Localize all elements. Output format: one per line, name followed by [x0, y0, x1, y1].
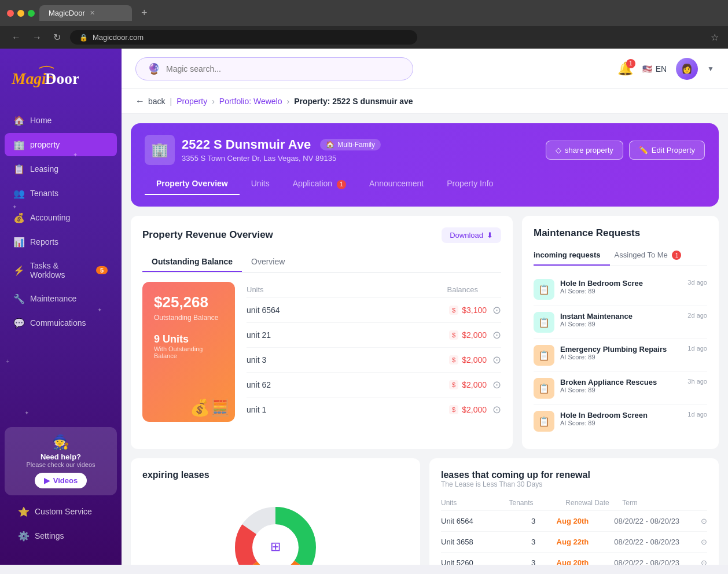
sidebar-item-tenants[interactable]: 👥 Tenants	[5, 182, 117, 205]
tab-property-overview-label: Property Overview	[156, 179, 228, 188]
new-tab-button[interactable]: +	[137, 5, 152, 21]
sidebar-item-reports[interactable]: 📊 Reports	[5, 230, 117, 253]
topbar: 🔮 🔔 1 🇺🇸 EN 👩 ▼	[122, 49, 728, 89]
property-tabs: Property Overview Units Application 1 An…	[145, 174, 705, 195]
flag-icon: 🇺🇸	[642, 64, 652, 73]
row-action-button[interactable]: ⊙	[492, 354, 501, 366]
property-thumbnail: 🏢	[145, 135, 175, 165]
units-count: 9 Units	[154, 333, 223, 345]
sidebar-item-leasing[interactable]: 📋 Leasing	[5, 157, 117, 181]
sidebar-item-custom-service[interactable]: ⭐ Custom Service	[9, 500, 112, 523]
property-title-row: 🏢 2522 S Dunsmuir Ave 🏠 Multi-Family 335…	[145, 135, 705, 165]
header-units: Units	[441, 499, 509, 507]
sidebar-item-communications[interactable]: 💬 Commuications	[5, 311, 117, 334]
notification-button[interactable]: 🔔 1	[617, 61, 633, 76]
share-icon: ◇	[556, 146, 561, 154]
dot-green[interactable]	[28, 10, 35, 17]
maint-tab-assigned[interactable]: Assinged To Me 1	[615, 246, 691, 266]
share-property-button[interactable]: ◇ share property	[546, 141, 623, 160]
application-badge: 1	[337, 180, 346, 189]
tab-property-info[interactable]: Property Info	[435, 174, 505, 195]
row-action-button[interactable]: ⊙	[492, 329, 501, 341]
sidebar-item-home[interactable]: 🏠 Home	[5, 109, 117, 132]
maint-item-time: 3h ago	[687, 378, 707, 385]
breadcrumb-sep1: |	[170, 97, 172, 106]
property-title-left: 🏢 2522 S Dunsmuir Ave 🏠 Multi-Family 335…	[145, 135, 381, 165]
rev-tab-outstanding[interactable]: Outstanding Balance	[142, 252, 242, 272]
unit-balance: $ $3,100	[449, 306, 492, 315]
bookmark-icon[interactable]: ☆	[711, 32, 719, 43]
address-box[interactable]: 🔒 Magicdoor.com	[70, 30, 417, 45]
dot-yellow[interactable]	[17, 10, 24, 17]
tab-announcement[interactable]: Announcement	[358, 174, 435, 195]
reports-icon: 📊	[14, 237, 24, 247]
back-button[interactable]: ← back	[135, 96, 166, 106]
breadcrumb-property[interactable]: Property	[177, 97, 207, 106]
tab-property-overview[interactable]: Property Overview	[145, 174, 240, 195]
units-label: With Outstanding Balance	[154, 345, 223, 359]
browser-tab[interactable]: MagicDoor ✕	[39, 5, 132, 21]
maint-item-name: Emergency Plumbing Repairs	[560, 345, 682, 354]
tab-close[interactable]: ✕	[90, 9, 95, 17]
renewal-tenants: 3	[510, 538, 557, 546]
help-title: Need help?	[12, 452, 110, 461]
renewal-card: leases that coming up for renewal The Le…	[429, 458, 719, 565]
user-menu-chevron[interactable]: ▼	[707, 65, 714, 73]
maint-tab-incoming[interactable]: incoming requests	[534, 246, 610, 266]
maint-item-icon: 📋	[534, 279, 554, 300]
edit-property-button[interactable]: ✏️ Edit Property	[629, 141, 705, 160]
language-selector[interactable]: 🇺🇸 EN	[642, 64, 667, 73]
unit-balance: $ $2,000	[449, 380, 492, 389]
back-nav-button[interactable]: ←	[9, 30, 23, 45]
videos-button[interactable]: ▶ Videos	[35, 473, 87, 488]
settings-icon: ⚙️	[19, 531, 29, 541]
search-input[interactable]	[166, 64, 401, 73]
maint-item-info: Hole In Bedroom Screen AI Score: 89	[560, 411, 682, 426]
download-button[interactable]: Download ⬇	[442, 227, 501, 243]
breadcrumb-portfolio[interactable]: Portfolio: Wewelo	[219, 97, 282, 106]
revenue-tabs: Outstanding Balance Overview	[142, 252, 501, 273]
sidebar-item-accounting[interactable]: 💰 Accounting	[5, 206, 117, 229]
expiring-title: expiring leases	[142, 470, 409, 480]
renewal-table-header: Units Tenants Renewal Date Term	[441, 495, 707, 511]
accounting-icon: 💰	[14, 212, 24, 223]
table-row: unit 62 $ $2,000 ⊙	[247, 372, 501, 397]
maintenance-card: Maintenance Requests incoming requests A…	[522, 216, 719, 450]
tasks-icon: ⚡	[14, 265, 24, 275]
rev-tab-overview[interactable]: Overview	[242, 252, 294, 272]
breadcrumb-arrow2: ›	[287, 97, 290, 106]
row-action-button[interactable]: ⊙	[492, 403, 501, 416]
row-action-button[interactable]: ⊙	[701, 517, 707, 525]
reload-button[interactable]: ↻	[51, 30, 63, 45]
back-label: back	[148, 97, 166, 106]
forward-nav-button[interactable]: →	[30, 30, 44, 45]
sidebar-nav: 🏠 Home 🏢 property 📋 Leasing 👥 Tenants 💰 …	[0, 108, 122, 420]
unit-balance: $ $2,000	[449, 330, 492, 340]
tab-application[interactable]: Application 1	[281, 174, 358, 195]
dot-red[interactable]	[7, 10, 14, 17]
sidebar-label-leasing: Leasing	[30, 164, 58, 174]
unit-name: unit 21	[247, 330, 449, 340]
home-icon: 🏠	[14, 115, 24, 126]
sidebar-item-tasks[interactable]: ⚡ Tasks & Worklows 5	[5, 255, 117, 286]
row-action-button[interactable]: ⊙	[701, 558, 707, 565]
row-action-button[interactable]: ⊙	[492, 304, 501, 317]
tab-units[interactable]: Units	[240, 174, 281, 195]
search-box[interactable]: 🔮	[135, 57, 413, 80]
sidebar-item-property[interactable]: 🏢 property	[5, 133, 117, 156]
maint-item-info: Emergency Plumbing Repairs AI Score: 89	[560, 345, 682, 360]
breadcrumb-arrow1: ›	[212, 97, 215, 106]
tasks-badge: 5	[96, 266, 108, 274]
maintenance-icon: 🔧	[14, 293, 24, 304]
table-row: Unit 5260 3 Aug 20th 08/20/22 - 08/20/23…	[441, 553, 707, 565]
tab-application-label: Application	[293, 179, 333, 188]
balance-icon: $	[449, 330, 458, 340]
row-action-button[interactable]: ⊙	[701, 538, 707, 546]
sidebar-item-settings[interactable]: ⚙️ Settings	[9, 524, 112, 547]
row-action-button[interactable]: ⊙	[492, 378, 501, 391]
user-avatar[interactable]: 👩	[676, 58, 698, 80]
search-icon: 🔮	[148, 62, 160, 75]
back-arrow-icon: ←	[135, 96, 145, 106]
sidebar-item-maintenance[interactable]: 🔧 Maintenance	[5, 287, 117, 310]
sidebar-label-accounting: Accounting	[30, 213, 70, 222]
